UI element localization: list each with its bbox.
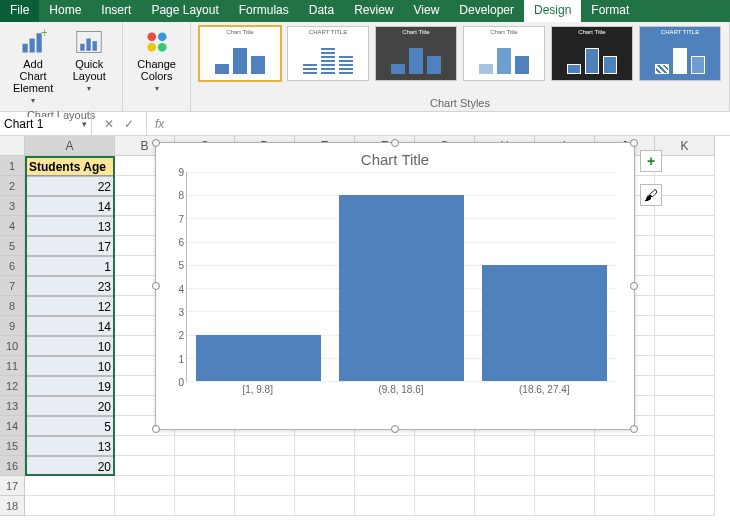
cell-I18[interactable]	[535, 496, 595, 516]
chart-brush-button[interactable]: 🖌	[640, 184, 662, 206]
cell-E18[interactable]	[295, 496, 355, 516]
row-header-13[interactable]: 13	[0, 396, 25, 416]
cell-J16[interactable]	[595, 456, 655, 476]
resize-handle-bl[interactable]	[152, 425, 160, 433]
cell-E17[interactable]	[295, 476, 355, 496]
cell-J17[interactable]	[595, 476, 655, 496]
cell-C17[interactable]	[175, 476, 235, 496]
resize-handle-ml[interactable]	[152, 282, 160, 290]
resize-handle-tl[interactable]	[152, 139, 160, 147]
row-header-5[interactable]: 5	[0, 236, 25, 256]
row-header-10[interactable]: 10	[0, 336, 25, 356]
cell-A12[interactable]: 19	[25, 376, 115, 396]
cell-J15[interactable]	[595, 436, 655, 456]
cell-K13[interactable]	[655, 396, 715, 416]
add-chart-element-button[interactable]: + Add Chart Element ▾	[8, 26, 58, 107]
chart-style-2[interactable]: CHART TITLE	[287, 26, 369, 81]
tab-review[interactable]: Review	[344, 0, 403, 22]
cell-F16[interactable]	[355, 456, 415, 476]
tab-format[interactable]: Format	[581, 0, 639, 22]
name-box[interactable]: ▾	[0, 112, 92, 135]
cell-A8[interactable]: 12	[25, 296, 115, 316]
row-header-4[interactable]: 4	[0, 216, 25, 236]
cell-C15[interactable]	[175, 436, 235, 456]
chart-style-1[interactable]: Chart Title	[199, 26, 281, 81]
row-header-1[interactable]: 1	[0, 156, 25, 176]
cell-D16[interactable]	[235, 456, 295, 476]
cell-K15[interactable]	[655, 436, 715, 456]
chart-plot-area[interactable]: 0123456789 [1, 9.8](9.8, 18.6](18.6, 27.…	[186, 172, 616, 402]
cell-A6[interactable]: 1	[25, 256, 115, 276]
cell-K4[interactable]	[655, 216, 715, 236]
row-header-9[interactable]: 9	[0, 316, 25, 336]
cell-K9[interactable]	[655, 316, 715, 336]
cell-K5[interactable]	[655, 236, 715, 256]
cell-G16[interactable]	[415, 456, 475, 476]
chart-style-4[interactable]: Chart Title	[463, 26, 545, 81]
accept-formula-icon[interactable]: ✓	[124, 117, 134, 131]
resize-handle-tm[interactable]	[391, 139, 399, 147]
cell-A16[interactable]: 20	[25, 456, 115, 476]
row-header-14[interactable]: 14	[0, 416, 25, 436]
cell-F18[interactable]	[355, 496, 415, 516]
cell-B17[interactable]	[115, 476, 175, 496]
tab-developer[interactable]: Developer	[449, 0, 524, 22]
cell-A1[interactable]: Students Age	[25, 156, 115, 176]
cell-A9[interactable]: 14	[25, 316, 115, 336]
row-header-12[interactable]: 12	[0, 376, 25, 396]
cell-A5[interactable]: 17	[25, 236, 115, 256]
chart-style-3[interactable]: Chart Title	[375, 26, 457, 81]
cell-C16[interactable]	[175, 456, 235, 476]
resize-handle-br[interactable]	[630, 425, 638, 433]
resize-handle-mr[interactable]	[630, 282, 638, 290]
cell-A3[interactable]: 14	[25, 196, 115, 216]
chart-bar[interactable]	[339, 195, 465, 381]
cell-H18[interactable]	[475, 496, 535, 516]
resize-handle-bm[interactable]	[391, 425, 399, 433]
row-header-6[interactable]: 6	[0, 256, 25, 276]
cell-A10[interactable]: 10	[25, 336, 115, 356]
cell-K6[interactable]	[655, 256, 715, 276]
cell-A14[interactable]: 5	[25, 416, 115, 436]
cell-K7[interactable]	[655, 276, 715, 296]
cell-G18[interactable]	[415, 496, 475, 516]
cell-I17[interactable]	[535, 476, 595, 496]
cell-A13[interactable]: 20	[25, 396, 115, 416]
quick-layout-button[interactable]: Quick Layout ▾	[64, 26, 114, 107]
cell-K12[interactable]	[655, 376, 715, 396]
row-header-11[interactable]: 11	[0, 356, 25, 376]
cell-I16[interactable]	[535, 456, 595, 476]
cell-K14[interactable]	[655, 416, 715, 436]
select-all-corner[interactable]	[0, 136, 25, 156]
tab-home[interactable]: Home	[39, 0, 91, 22]
tab-file[interactable]: File	[0, 0, 39, 22]
cell-B16[interactable]	[115, 456, 175, 476]
cell-B15[interactable]	[115, 436, 175, 456]
cell-A2[interactable]: 22	[25, 176, 115, 196]
row-header-7[interactable]: 7	[0, 276, 25, 296]
tab-design[interactable]: Design	[524, 0, 581, 22]
cell-D17[interactable]	[235, 476, 295, 496]
row-header-15[interactable]: 15	[0, 436, 25, 456]
cell-K11[interactable]	[655, 356, 715, 376]
row-header-17[interactable]: 17	[0, 476, 25, 496]
name-box-input[interactable]	[4, 117, 64, 131]
cell-D15[interactable]	[235, 436, 295, 456]
cell-E16[interactable]	[295, 456, 355, 476]
chart-style-5[interactable]: Chart Title	[551, 26, 633, 81]
tab-view[interactable]: View	[404, 0, 450, 22]
resize-handle-tr[interactable]	[630, 139, 638, 147]
cell-K16[interactable]	[655, 456, 715, 476]
cell-D18[interactable]	[235, 496, 295, 516]
cell-A4[interactable]: 13	[25, 216, 115, 236]
cell-A18[interactable]	[25, 496, 115, 516]
column-header-K[interactable]: K	[655, 136, 715, 156]
tab-insert[interactable]: Insert	[91, 0, 141, 22]
cancel-formula-icon[interactable]: ✕	[104, 117, 114, 131]
tab-page-layout[interactable]: Page Layout	[141, 0, 228, 22]
row-header-2[interactable]: 2	[0, 176, 25, 196]
chart-object[interactable]: Chart Title 0123456789 [1, 9.8](9.8, 18.…	[155, 142, 635, 430]
row-header-8[interactable]: 8	[0, 296, 25, 316]
cell-K1[interactable]	[655, 156, 715, 176]
cell-A7[interactable]: 23	[25, 276, 115, 296]
